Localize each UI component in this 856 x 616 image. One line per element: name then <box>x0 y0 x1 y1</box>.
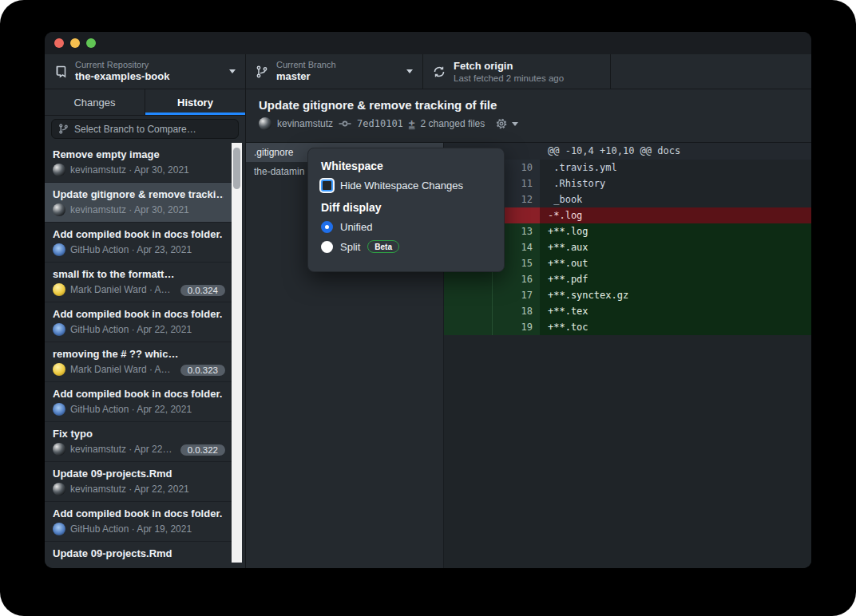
tab-changes[interactable]: Changes <box>45 89 145 115</box>
new-line-number: 16 <box>492 271 540 287</box>
git-commit-icon <box>339 117 351 130</box>
scrollbar-thumb[interactable] <box>233 148 240 189</box>
fetch-status: Last fetched 2 minutes ago <box>454 73 600 84</box>
commit-row[interactable]: removing the # ?? whic… Mark Daniel Ward… <box>45 342 232 382</box>
repo-icon <box>54 65 67 78</box>
chevron-down-icon <box>512 122 518 126</box>
version-badge: 0.0.323 <box>180 365 225 376</box>
old-line-number <box>444 303 492 319</box>
commit-title: Add compiled book in docs folder. <box>53 308 224 320</box>
commit-title: Add compiled book in docs folder. <box>53 228 224 240</box>
history-sidebar: Changes History Select Branch to Compare… <box>45 89 246 568</box>
commit-summary-header: Update gitignore & remove tracking of fi… <box>246 89 811 143</box>
github-action-avatar <box>53 403 65 416</box>
current-repository-button[interactable]: Current Repository the-examples-book <box>45 54 246 89</box>
commit-title: Fix typo <box>53 428 224 440</box>
split-option[interactable]: Split Beta <box>321 240 491 253</box>
unified-option[interactable]: Unified <box>321 221 491 233</box>
commit-row[interactable]: small fix to the formatt… Mark Daniel Wa… <box>45 263 232 302</box>
commit-row[interactable]: Update 09-projects.Rmd <box>45 542 232 563</box>
commit-title: Add compiled book in docs folder. <box>53 388 224 400</box>
repository-text: Current Repository the-examples-book <box>75 60 229 83</box>
commit-list-scrollbar[interactable] <box>232 143 242 563</box>
minimize-window-button[interactable] <box>70 38 80 48</box>
commit-meta: kevinamstutz · Apr 22… <box>70 444 172 455</box>
commit-meta: kevinamstutz · Apr 30, 2021 <box>70 164 189 176</box>
diff-line-text: +**.log <box>540 223 811 239</box>
commit-summary-meta: kevinamstutz 7ed10101 ± 2 changed files <box>259 117 799 130</box>
chevron-down-icon <box>229 69 236 73</box>
commit-meta: Mark Daniel Ward · A… <box>70 364 171 375</box>
close-window-button[interactable] <box>54 38 64 48</box>
kevinamstutz-avatar <box>53 164 65 176</box>
title-bar[interactable] <box>45 32 811 54</box>
split-radio[interactable] <box>321 241 333 253</box>
diff-line-text: _book <box>540 192 811 207</box>
branch-label: Current Branch <box>276 60 406 70</box>
screenshot-frame: Current Repository the-examples-book Cur… <box>0 0 856 616</box>
whitespace-heading: Whitespace <box>321 160 491 172</box>
diff-line-text: +**.aux <box>540 239 811 255</box>
diff-options-popover: Whitespace Hide Whitespace Changes Diff … <box>307 148 505 272</box>
commit-meta: kevinamstutz · Apr 22, 2021 <box>70 484 189 495</box>
diff-options-button[interactable] <box>495 117 518 130</box>
commit-meta: kevinamstutz · Apr 30, 2021 <box>70 204 189 215</box>
new-line-number: 17 <box>492 287 540 303</box>
fetch-label: Fetch origin <box>454 60 600 73</box>
gear-icon <box>495 117 508 130</box>
repository-label: Current Repository <box>75 60 229 70</box>
hide-whitespace-label: Hide Whitespace Changes <box>340 180 463 192</box>
commit-row[interactable]: Add compiled book in docs folder. GitHub… <box>45 382 232 422</box>
diff-line-text: +**.out <box>540 255 811 271</box>
sidebar-tabs: Changes History <box>45 89 245 116</box>
kevinamstutz-avatar <box>259 117 271 130</box>
github-action-avatar <box>53 243 65 256</box>
diff-line-text: .Rhistory <box>540 176 811 192</box>
commit-list: Remove empty image kevinamstutz · Apr 30… <box>45 143 232 563</box>
commit-author: kevinamstutz <box>277 118 333 129</box>
traffic-lights <box>54 38 96 48</box>
new-line-number: 18 <box>492 303 540 319</box>
git-branch-icon <box>256 65 268 78</box>
commit-row[interactable]: Add compiled book in docs folder. GitHub… <box>45 223 232 263</box>
hide-whitespace-checkbox[interactable] <box>321 180 333 192</box>
diff-display-heading: Diff display <box>321 201 491 214</box>
kevinamstutz-avatar <box>53 483 65 496</box>
commit-meta: GitHub Action · Apr 22, 2021 <box>70 404 192 415</box>
version-badge: 0.0.324 <box>180 285 225 296</box>
compare-placeholder: Select Branch to Compare… <box>74 124 196 135</box>
chevron-down-icon <box>406 69 413 73</box>
commit-meta: GitHub Action · Apr 22, 2021 <box>70 324 192 335</box>
diff-line-added[interactable]: 16+**.pdf <box>444 271 811 287</box>
commit-title: Update 09-projects.Rmd <box>53 468 224 480</box>
select-branch-to-compare[interactable]: Select Branch to Compare… <box>51 119 239 139</box>
mark-daniel-ward-avatar <box>53 363 65 376</box>
diff-line-text: +**.pdf <box>540 271 811 287</box>
version-badge: 0.0.322 <box>180 444 225 456</box>
zoom-window-button[interactable] <box>86 38 96 48</box>
old-line-number <box>444 287 492 303</box>
commit-row[interactable]: Fix typo kevinamstutz · Apr 22… 0.0.322 <box>45 422 232 462</box>
commit-row[interactable]: Add compiled book in docs folder. GitHub… <box>45 502 232 542</box>
unified-radio[interactable] <box>321 221 333 233</box>
git-branch-icon <box>58 124 69 134</box>
fetch-origin-button[interactable]: Fetch origin Last fetched 2 minutes ago <box>423 54 611 89</box>
current-branch-button[interactable]: Current Branch master <box>246 54 423 89</box>
commit-row-selected[interactable]: Update gitignore & remove tracki… kevina… <box>45 183 232 223</box>
diff-line-added[interactable]: 17+**.synctex.gz <box>444 287 811 303</box>
changed-files-count: 2 changed files <box>421 118 485 129</box>
github-action-avatar <box>53 323 65 336</box>
commit-row[interactable]: Update 09-projects.Rmd kevinamstutz · Ap… <box>45 462 232 502</box>
diff-line-added[interactable]: 18+**.tex <box>444 303 811 319</box>
diff-line-added[interactable]: 19+**.toc <box>444 319 811 335</box>
commit-row[interactable]: Remove empty image kevinamstutz · Apr 30… <box>45 143 232 183</box>
commit-title: Update 09-projects.Rmd <box>53 547 224 559</box>
branch-text: Current Branch master <box>276 60 406 83</box>
tab-history[interactable]: History <box>145 89 245 115</box>
github-action-avatar <box>53 523 65 535</box>
unified-label: Unified <box>340 221 372 233</box>
commit-title: Update gitignore & remove tracki… <box>53 188 224 200</box>
hide-whitespace-option[interactable]: Hide Whitespace Changes <box>321 180 491 192</box>
commit-row[interactable]: Add compiled book in docs folder. GitHub… <box>45 302 232 342</box>
repository-name: the-examples-book <box>75 70 229 83</box>
